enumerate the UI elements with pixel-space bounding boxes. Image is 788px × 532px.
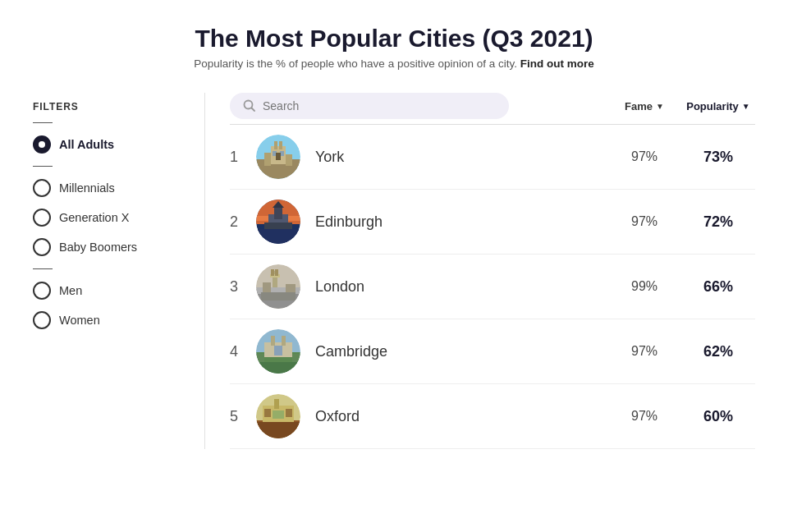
svg-rect-11 xyxy=(264,153,271,166)
sidebar-divider-1 xyxy=(33,166,53,167)
city-rows-container: 1 York 97% 73% 2 xyxy=(230,125,755,449)
fame-label: Fame xyxy=(625,100,653,112)
filter-label-men: Men xyxy=(59,284,82,297)
city-popularity: 72% xyxy=(681,213,755,231)
filter-label-millennials: Millennials xyxy=(59,181,115,195)
city-name: London xyxy=(315,278,607,296)
svg-rect-48 xyxy=(264,409,271,417)
svg-rect-6 xyxy=(274,141,277,149)
svg-rect-49 xyxy=(286,409,292,417)
svg-rect-12 xyxy=(286,154,292,166)
radio-inner-all-adults xyxy=(39,141,45,148)
city-fame: 97% xyxy=(607,344,681,359)
svg-rect-18 xyxy=(274,208,282,219)
city-popularity: 62% xyxy=(681,343,755,360)
city-rank: 1 xyxy=(230,149,256,166)
city-row[interactable]: 2 Edinburgh 97% 72% xyxy=(230,190,755,255)
filter-women[interactable]: Women xyxy=(33,305,188,335)
header: The Most Popular Cities (Q3 2021) Popula… xyxy=(33,25,755,70)
city-avatar xyxy=(256,329,300,374)
city-name: Edinburgh xyxy=(315,213,607,231)
svg-rect-21 xyxy=(256,229,300,244)
city-name: York xyxy=(315,149,607,166)
city-fame: 99% xyxy=(607,279,681,294)
filter-label-all-adults: All Adults xyxy=(59,138,114,151)
filter-label-baby-boomers: Baby Boomers xyxy=(59,241,137,254)
content-area: FILTERS All Adults Millennials xyxy=(33,93,755,449)
city-row[interactable]: 1 York 97% 73% xyxy=(230,125,755,190)
city-popularity: 60% xyxy=(681,408,755,425)
filter-label-women: Women xyxy=(59,314,100,327)
search-icon xyxy=(243,99,256,112)
city-row[interactable]: 4 Cambridge 97% 62% xyxy=(230,319,755,384)
city-rank: 3 xyxy=(230,278,256,296)
city-name: Cambridge xyxy=(315,343,607,360)
svg-rect-32 xyxy=(261,292,296,300)
svg-rect-30 xyxy=(263,282,271,294)
page-title: The Most Popular Cities (Q3 2021) xyxy=(33,25,755,53)
radio-men xyxy=(33,282,51,300)
city-row[interactable]: 3 London 99% 66% xyxy=(230,255,755,319)
popularity-sort-icon: ▼ xyxy=(742,102,750,111)
svg-line-1 xyxy=(252,108,255,112)
svg-rect-27 xyxy=(271,269,274,276)
filter-baby-boomers[interactable]: Baby Boomers xyxy=(33,232,188,262)
city-rank: 2 xyxy=(230,213,256,231)
city-rank: 5 xyxy=(230,408,256,425)
city-avatar xyxy=(256,264,300,309)
radio-women xyxy=(33,311,51,329)
filters-title: FILTERS xyxy=(33,101,188,112)
city-name: Oxford xyxy=(315,408,607,425)
fame-column-header[interactable]: Fame ▼ xyxy=(607,100,681,112)
filter-all-adults[interactable]: All Adults xyxy=(33,130,188,159)
city-popularity: 66% xyxy=(681,278,755,296)
svg-rect-51 xyxy=(256,422,300,438)
svg-rect-38 xyxy=(282,336,286,346)
svg-rect-28 xyxy=(275,269,278,276)
radio-millennials xyxy=(33,179,51,197)
column-headers: Fame ▼ Popularity ▼ xyxy=(607,100,755,112)
sidebar-divider-2 xyxy=(33,268,53,269)
svg-rect-37 xyxy=(271,336,275,346)
find-out-more-link[interactable]: Find out more xyxy=(520,57,594,70)
filter-label-generation-x: Generation X xyxy=(59,211,129,224)
city-popularity: 73% xyxy=(681,149,755,166)
main-content: Fame ▼ Popularity ▼ 1 xyxy=(205,93,755,449)
filter-millennials[interactable]: Millennials xyxy=(33,173,188,203)
svg-rect-39 xyxy=(274,346,282,355)
radio-baby-boomers xyxy=(33,238,51,256)
svg-rect-7 xyxy=(279,141,282,149)
popularity-column-header[interactable]: Popularity ▼ xyxy=(681,100,755,112)
city-avatar xyxy=(256,200,300,244)
popularity-label: Popularity xyxy=(686,100,739,112)
city-rank: 4 xyxy=(230,343,256,360)
sidebar-divider-top xyxy=(33,122,53,123)
subtitle-text: Popularity is the % of people who have a… xyxy=(194,57,517,70)
city-fame: 97% xyxy=(607,214,681,229)
search-input[interactable] xyxy=(263,99,496,112)
radio-all-adults xyxy=(33,135,51,154)
city-fame: 97% xyxy=(607,409,681,424)
city-fame: 97% xyxy=(607,149,681,164)
page-wrapper: The Most Popular Cities (Q3 2021) Popula… xyxy=(0,0,788,532)
sidebar: FILTERS All Adults Millennials xyxy=(33,93,205,449)
svg-rect-47 xyxy=(274,399,279,409)
radio-generation-x xyxy=(33,209,51,227)
search-box[interactable] xyxy=(230,93,509,119)
filter-generation-x[interactable]: Generation X xyxy=(33,203,188,232)
fame-sort-icon: ▼ xyxy=(656,102,664,111)
filter-men[interactable]: Men xyxy=(33,276,188,305)
city-row[interactable]: 5 Oxford 97% 60% xyxy=(230,384,755,449)
svg-rect-42 xyxy=(256,362,300,374)
svg-rect-50 xyxy=(273,410,284,419)
subtitle: Popularity is the % of people who have a… xyxy=(33,57,755,70)
search-and-cols: Fame ▼ Popularity ▼ xyxy=(230,93,755,119)
city-avatar xyxy=(256,394,300,438)
svg-rect-10 xyxy=(276,153,281,160)
city-avatar xyxy=(256,135,300,179)
